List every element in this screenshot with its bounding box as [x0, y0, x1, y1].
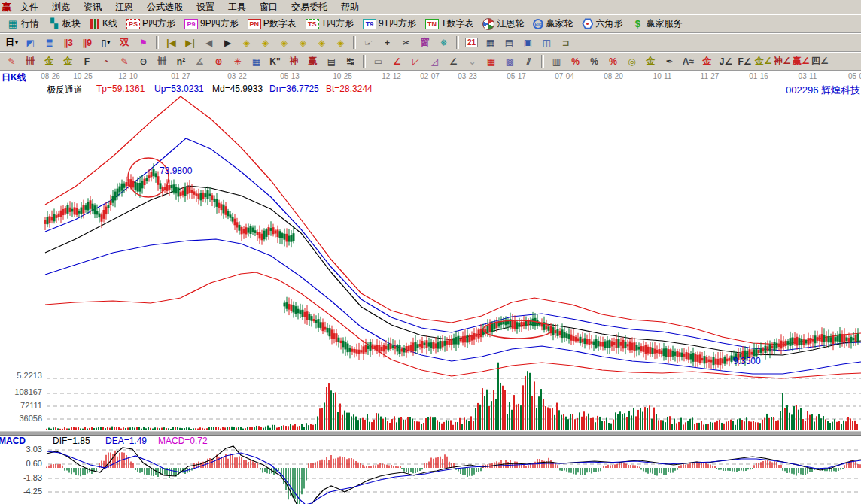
draw-gold-angle-icon[interactable]: 金∠ [754, 53, 773, 70]
view-period-daily-dropdown-icon[interactable]: 日▾ [2, 34, 21, 51]
draw-gold-levels-icon[interactable]: 金 [641, 53, 660, 70]
draw-parallel-lines-icon[interactable]: ⫽ [519, 53, 538, 70]
draw-ratio-table-icon[interactable]: ▥ [547, 53, 566, 70]
draw-trend-arrows-icon[interactable]: ∠ [444, 53, 463, 70]
view-save-disk-icon[interactable]: ▣ [519, 34, 537, 51]
view-pattern-tool-icon[interactable]: ❅ [434, 34, 453, 51]
view-scroll-view-icon[interactable]: ≣ [40, 34, 59, 51]
chart-area[interactable]: 日K线 极反通道 002296 辉煌科技 73.9800 9.3500 5.22… [0, 71, 861, 504]
draw-fan-box-2-icon[interactable]: ◿ [425, 53, 444, 70]
draw-box-grid-icon[interactable]: ▩ [500, 53, 519, 70]
draw-gold-levels-red-icon[interactable]: 金 [698, 53, 716, 70]
draw-red-grid-icon[interactable]: ▦ [482, 53, 500, 70]
menu-item-window[interactable]: 窗口 [253, 0, 284, 14]
toolbar-button-winner-service[interactable]: $赢家服务 [628, 15, 686, 32]
draw-win-angle-icon[interactable]: 赢∠ [792, 53, 811, 70]
menu-item-tools[interactable]: 工具 [221, 0, 253, 14]
draw-percent-line-icon[interactable]: % [566, 53, 585, 70]
draw-spider-web-icon[interactable]: ✳ [228, 53, 247, 70]
draw-draw-pencil-icon[interactable]: ✎ [2, 53, 21, 70]
draw-percent-levels-icon[interactable]: % [604, 53, 622, 70]
toolbar-button-p-square[interactable]: PSP四方形 [123, 15, 179, 32]
draw-gold-lines-2-icon[interactable]: 金 [59, 53, 78, 70]
view-candle-style-dropdown-icon[interactable]: ▯▾ [96, 34, 115, 51]
draw-f-angle-icon[interactable]: F∠ [735, 53, 754, 70]
toolbar-button-t-square[interactable]: TST四方形 [302, 15, 357, 32]
toolbar-button-sectors[interactable]: ▚板块 [44, 15, 84, 32]
view-cut-tool-icon[interactable]: ✂ [397, 34, 415, 51]
view-window-tool-icon[interactable]: 窗 [415, 34, 434, 51]
indicator-value: Bt=28.3244 [326, 83, 373, 94]
view-print-cart-icon[interactable]: ⊐ [556, 34, 575, 51]
draw-wave-marks-icon[interactable]: ⌄ [463, 53, 482, 70]
draw-measure-width-icon[interactable]: ↹ [341, 53, 360, 70]
draw-shen-angle-icon[interactable]: 神∠ [773, 53, 792, 70]
draw-k-mark-icon[interactable]: K" [266, 53, 284, 70]
gann-wheel-icon [482, 18, 494, 30]
draw-ink-pen-icon[interactable]: ✒ [660, 53, 679, 70]
draw-web-grid-icon[interactable]: ▦ [247, 53, 266, 70]
dropdown-arrow-icon: ▾ [107, 39, 110, 46]
view-calculator-icon[interactable]: ▦ [481, 34, 500, 51]
menu-item-info[interactable]: 资讯 [77, 0, 108, 14]
menu-item-gann[interactable]: 江恩 [108, 0, 140, 14]
view-expand-bars-icon[interactable]: ◈ [275, 34, 294, 51]
draw-spiral-icon[interactable]: ◔ [96, 53, 115, 70]
draw-fan-box-icon[interactable]: ◸ [406, 53, 425, 70]
toolbar-button-9p-square[interactable]: P99P四方形 [181, 15, 242, 32]
draw-rect-measure-icon[interactable]: ▭ [369, 53, 388, 70]
view-compress-bars-icon[interactable]: ◈ [294, 34, 312, 51]
draw-gold-circle-icon[interactable]: ◎ [622, 53, 641, 70]
view-step-back-icon[interactable]: ◀ [199, 34, 218, 51]
view-shift-right-icon[interactable]: ◈ [256, 34, 275, 51]
draw-wave-a-icon[interactable]: A≈ [679, 53, 698, 70]
view-zoom-out-icon[interactable]: ◈ [331, 34, 350, 51]
toolbar-button-winner-wheel[interactable]: Big赢家轮 [529, 15, 577, 32]
view-shift-left-icon[interactable]: ◈ [237, 34, 256, 51]
view-go-first-icon[interactable]: |◀ [162, 34, 181, 51]
draw-angle-mirror-icon[interactable]: ∡ [190, 53, 209, 70]
step-forward-glyph: ▶ [224, 38, 231, 48]
draw-grid-lines-icon[interactable]: 卌 [153, 53, 172, 70]
draw-gann-lines-icon[interactable]: 卌 [21, 53, 40, 70]
view-compare-icon[interactable]: 双 [115, 34, 134, 51]
view-go-last-icon[interactable]: ▶| [181, 34, 199, 51]
menu-item-formula-pick[interactable]: 公式选股 [140, 0, 190, 14]
view-flag-tool-icon[interactable]: ⚑ [134, 34, 153, 51]
view-overlay-9-icon[interactable]: ∥9 [78, 34, 96, 51]
draw-draw-pencil-2-icon[interactable]: ✎ [115, 53, 134, 70]
view-pan-mode-icon[interactable]: ◩ [21, 34, 40, 51]
draw-shen-lines-icon[interactable]: 神 [284, 53, 303, 70]
menu-item-trade[interactable]: 交易委托 [284, 0, 334, 14]
view-calendar-icon[interactable]: 21 [462, 34, 481, 51]
draw-fibonacci-lines-icon[interactable]: F [78, 53, 96, 70]
toolbar-button-t-number-table[interactable]: TNT数字表 [421, 15, 477, 32]
view-step-forward-icon[interactable]: ▶ [218, 34, 237, 51]
view-overlay-3-icon[interactable]: ∥3 [59, 34, 78, 51]
toolbar-button-kline[interactable]: K线 [86, 15, 121, 32]
draw-win-lines-icon[interactable]: 赢 [303, 53, 322, 70]
draw-four-angle-icon[interactable]: 四∠ [811, 53, 829, 70]
draw-percent-icon[interactable]: % [585, 53, 604, 70]
draw-j-angle-icon[interactable]: J∠ [716, 53, 735, 70]
menu-item-settings[interactable]: 设置 [190, 0, 221, 14]
toolbar-button-9t-square[interactable]: T99T四方形 [359, 15, 420, 32]
view-crosshair-tool-icon[interactable]: + [378, 34, 397, 51]
draw-square-numbers-icon[interactable]: n² [172, 53, 190, 70]
menu-item-help[interactable]: 帮助 [334, 0, 366, 14]
toolbar-button-gann-wheel[interactable]: 江恩轮 [479, 15, 528, 32]
draw-gann-circle-icon[interactable]: ⊕ [209, 53, 228, 70]
view-notes-icon[interactable]: ▤ [500, 34, 519, 51]
view-zoom-in-icon[interactable]: ◈ [312, 34, 331, 51]
draw-ruler-123-icon[interactable]: ▤ [322, 53, 341, 70]
toolbar-button-hexagon[interactable]: 六角形 [578, 15, 626, 32]
menu-item-browse[interactable]: 浏览 [45, 0, 77, 14]
draw-gann-fan-icon[interactable]: ∠ [388, 53, 406, 70]
view-network-icon[interactable]: ◫ [537, 34, 556, 51]
draw-gold-lines-1-icon[interactable]: 金 [40, 53, 59, 70]
toolbar-button-p-number-table[interactable]: PNP数字表 [244, 15, 300, 32]
view-hand-tool-icon[interactable]: ☞ [359, 34, 378, 51]
toolbar-button-quote[interactable]: ▦行情 [3, 15, 43, 32]
draw-compass-icon[interactable]: ⊖ [134, 53, 153, 70]
menu-item-file[interactable]: 文件 [14, 0, 45, 14]
